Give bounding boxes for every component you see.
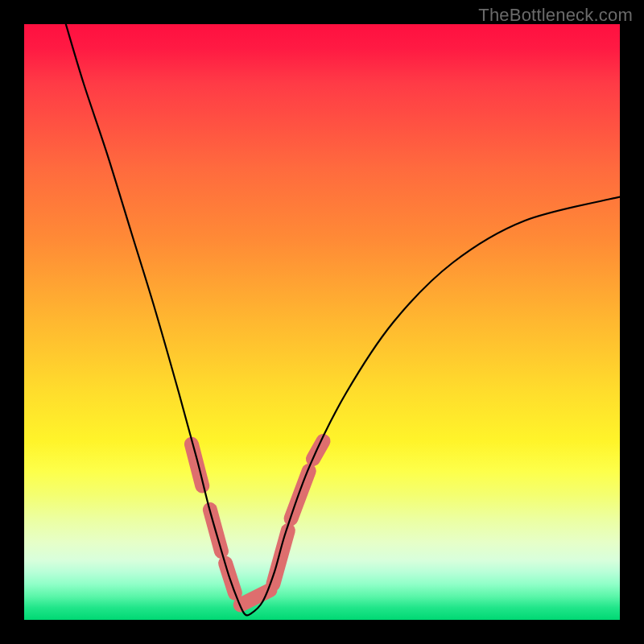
- marker-trough-segment: [241, 590, 270, 605]
- plot-area: [24, 24, 620, 620]
- marker-right-segment-lower: [273, 530, 288, 584]
- bottleneck-curve: [66, 24, 620, 615]
- marker-left-segment-upper: [192, 444, 202, 486]
- marker-group: [192, 441, 324, 605]
- marker-right-segment-mid: [291, 471, 309, 518]
- chart-frame: TheBottleneck.com: [0, 0, 644, 644]
- curve-layer: [24, 24, 620, 620]
- watermark-text: TheBottleneck.com: [478, 5, 633, 26]
